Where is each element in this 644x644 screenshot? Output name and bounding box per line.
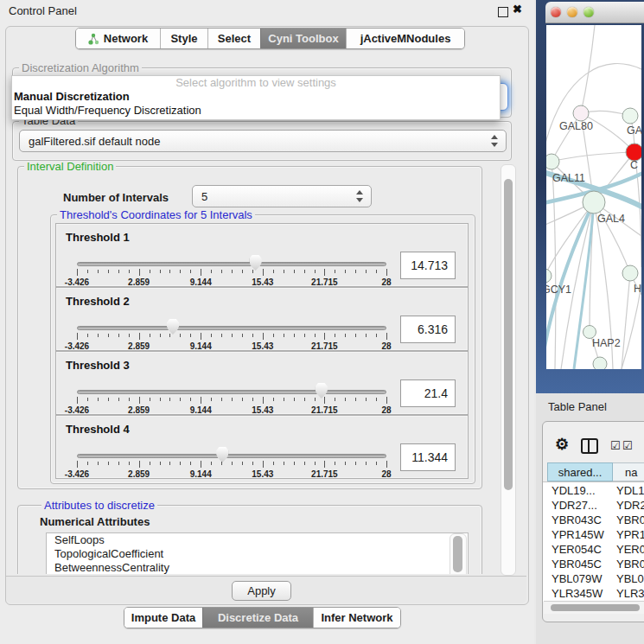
network-node-gal80[interactable]: [573, 105, 589, 121]
network-node-gal4[interactable]: [583, 191, 605, 214]
tab-jactivemnodules[interactable]: jActiveMNodules: [346, 29, 464, 48]
table-cell-name[interactable]: YLR3: [616, 586, 644, 601]
attributes-scrollbar-thumb[interactable]: [453, 536, 462, 572]
tick-mark: [294, 462, 295, 465]
list-item[interactable]: BetweennessCentrality: [47, 561, 468, 574]
network-node-ga[interactable]: [622, 108, 638, 124]
tick-mark: [315, 462, 316, 465]
checkbox-icon[interactable]: ☑: [622, 440, 633, 451]
threshold-slider-thumb[interactable]: [316, 383, 328, 399]
tick-mark: [108, 270, 109, 273]
threshold-slider-thumb[interactable]: [167, 319, 179, 335]
table-cell-shared[interactable]: YBR045C: [552, 557, 612, 571]
network-node-gcy1[interactable]: [546, 269, 552, 283]
threshold-slider-thumb[interactable]: [216, 447, 228, 462]
tick-mark: [98, 398, 99, 401]
tab-style[interactable]: Style: [160, 29, 207, 48]
tab-discretize-data[interactable]: Discretize Data: [202, 608, 313, 628]
gear-icon[interactable]: ⚙: [555, 437, 569, 452]
table-cell-shared[interactable]: YER054C: [552, 542, 612, 557]
close-icon[interactable]: ✖: [513, 3, 522, 16]
minimize-traffic-light-icon[interactable]: [567, 7, 577, 17]
table-data-select[interactable]: galFiltered.sif default node: [19, 130, 507, 152]
tab-select[interactable]: Select: [207, 29, 260, 48]
tick-mark: [169, 270, 170, 273]
table-cell-name[interactable]: YPR1: [616, 527, 644, 542]
column-header-name[interactable]: na: [613, 462, 644, 481]
tab-label: jActiveMNodules: [360, 32, 451, 45]
threshold-slider-track[interactable]: [77, 454, 386, 458]
dropdown-item-equal-width[interactable]: Equal Width/Frequency Discretization: [12, 104, 500, 118]
close-traffic-light-icon[interactable]: [551, 7, 561, 17]
network-node-gal11[interactable]: [546, 154, 559, 169]
threshold-value-field[interactable]: 11.344: [400, 443, 456, 471]
threshold-value-field[interactable]: 14.713: [400, 252, 456, 279]
threshold-slider-track[interactable]: [77, 326, 386, 330]
table-hscrollbar-thumb[interactable]: [551, 604, 640, 611]
network-window: GAL80GACGAL11GAL4GCY1HHAP2: [536, 0, 644, 393]
table-cell-name[interactable]: YBL0: [616, 571, 644, 586]
threshold-slider-thumb[interactable]: [250, 255, 262, 271]
tab-cyni-toolbox[interactable]: Cyni Toolbox: [260, 29, 346, 48]
threshold-slider-track[interactable]: [77, 262, 386, 266]
tick-label: 28: [381, 277, 391, 287]
table-cell-name[interactable]: YBR0: [616, 557, 644, 571]
table-cell-shared[interactable]: YPR145W: [552, 527, 612, 542]
tick-mark: [98, 334, 99, 337]
tick-mark: [169, 398, 170, 401]
network-canvas[interactable]: GAL80GACGAL11GAL4GCY1HHAP2: [546, 25, 641, 369]
table-cell-name[interactable]: YER0: [616, 542, 644, 557]
tick-label: 9.144: [190, 341, 212, 351]
tick-mark: [284, 462, 284, 465]
table-cell-shared[interactable]: YBL079W: [552, 571, 612, 586]
threshold-slider-track[interactable]: [77, 390, 386, 394]
settings-scrollbar-thumb[interactable]: [504, 179, 513, 490]
table-hscrollbar[interactable]: [544, 601, 644, 614]
tick-mark: [294, 270, 295, 273]
tab-impute-data[interactable]: Impute Data: [124, 608, 202, 628]
tab-label: Style: [170, 32, 197, 45]
tick-mark: [190, 462, 191, 465]
float-panel-icon[interactable]: [498, 7, 508, 17]
dropdown-item-manual[interactable]: Manual Discretization: [12, 90, 500, 104]
num-intervals-select[interactable]: 5: [192, 185, 372, 207]
column-header-shared[interactable]: shared...: [547, 462, 613, 481]
tick-mark: [108, 462, 109, 465]
tick-mark: [242, 398, 243, 401]
tick-mark: [180, 462, 181, 465]
checkbox-icon[interactable]: ☑: [610, 440, 621, 451]
tab-label: Impute Data: [131, 611, 195, 624]
network-node-h[interactable]: [622, 265, 638, 281]
list-item[interactable]: SelfLoops: [47, 533, 468, 547]
table-cell-name[interactable]: YBR0: [616, 513, 644, 527]
network-node-label: H: [634, 283, 641, 295]
tick-mark: [87, 270, 88, 273]
table-cell-shared[interactable]: YDR27...: [552, 498, 612, 513]
tick-label: 9.144: [190, 469, 212, 479]
network-node-c[interactable]: [626, 143, 641, 161]
table-cell-name[interactable]: YDL1: [616, 483, 644, 498]
settings-scrollbar[interactable]: [501, 164, 516, 576]
zoom-traffic-light-icon[interactable]: [583, 7, 594, 17]
threshold-value-field[interactable]: 6.316: [400, 316, 456, 343]
tab-network[interactable]: Network: [76, 29, 160, 48]
tick-mark: [263, 333, 264, 340]
table-cell-shared[interactable]: YBR043C: [552, 513, 612, 527]
columns-icon[interactable]: [581, 438, 598, 454]
table-cell-shared[interactable]: YDL19...: [552, 483, 612, 498]
list-item[interactable]: TopologicalCoefficient: [47, 547, 468, 561]
attributes-scrollbar[interactable]: [450, 533, 467, 574]
apply-button[interactable]: Apply: [232, 581, 291, 601]
network-node-label: GAL80: [559, 120, 593, 132]
threshold-label: Threshold 4: [66, 423, 130, 436]
tab-infer-network[interactable]: Infer Network: [313, 608, 400, 628]
tick-label: 28: [381, 405, 391, 415]
network-node[interactable]: [593, 357, 607, 369]
numerical-attributes-list[interactable]: SelfLoopsTopologicalCoefficientBetweenne…: [46, 532, 469, 574]
table-cell-shared[interactable]: YLR345W: [552, 586, 612, 601]
tick-mark: [335, 462, 335, 465]
threshold-value-field[interactable]: 21.4: [400, 379, 456, 407]
tick-mark: [98, 462, 99, 465]
table-cell-name[interactable]: YDR2: [616, 498, 644, 513]
tick-mark: [190, 334, 191, 337]
